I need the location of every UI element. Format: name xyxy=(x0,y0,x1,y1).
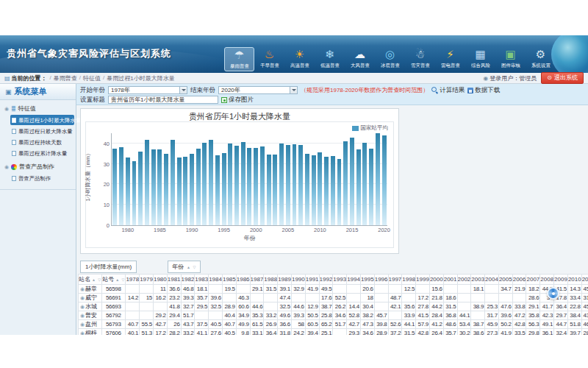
value-cell xyxy=(388,311,402,320)
value-cell: 39.3 xyxy=(181,294,195,302)
radio-icon[interactable]: ◉ xyxy=(80,330,85,335)
radio-icon[interactable]: ◉ xyxy=(80,322,85,327)
chart-bar xyxy=(350,138,354,225)
sidebar-item[interactable]: 暴雨过程持续天数 xyxy=(10,137,74,147)
year-column-header: 1983 xyxy=(195,275,209,285)
year-column-header: 1987 xyxy=(250,275,264,285)
high-temp-icon: ☀ xyxy=(295,49,304,62)
sidebar-item[interactable]: 普查产品制作 xyxy=(10,173,74,183)
year-column-header: 1984 xyxy=(209,275,223,285)
y-tick-label: 0 xyxy=(107,222,110,229)
start-year-select[interactable]: 1978年 xyxy=(108,86,187,94)
x-tick-label: 1995 xyxy=(218,227,230,233)
nav-item-composite-risk[interactable]: ▦综合风险 xyxy=(465,47,495,71)
sidebar-item[interactable]: 暴雨过程1小时最大降水量 xyxy=(10,115,74,125)
set-title-label: 设置标题 xyxy=(80,96,105,105)
end-year-select[interactable]: 2020年 xyxy=(218,86,298,94)
expander-icon[interactable]: ◉ xyxy=(4,106,9,112)
nav-item-label: 冰雹普查 xyxy=(381,62,400,68)
table-row: ◉水城5669341.832.729.532.528.960.644.632.5… xyxy=(79,302,588,311)
composite-risk-icon: ▦ xyxy=(475,49,485,62)
nav-item-low-temp[interactable]: ❄低温普查 xyxy=(315,47,345,71)
value-cell: 42.7 xyxy=(153,320,167,329)
value-cell xyxy=(471,294,485,302)
value-cell: 42.8 xyxy=(416,329,430,336)
value-cell: 35.7 xyxy=(195,294,209,302)
value-cell: 41.5 xyxy=(416,311,430,320)
value-cell: 38.7 xyxy=(471,320,485,329)
sort-filter-icon[interactable]: ▲ ▽ xyxy=(92,277,101,282)
chart-legend[interactable]: 国家站平均 xyxy=(352,124,389,132)
radio-icon[interactable]: ◉ xyxy=(80,313,85,318)
chevron-down-icon[interactable] xyxy=(290,87,297,93)
value-cell xyxy=(333,329,347,336)
sidebar-item[interactable]: 暴雨过程日最大降水量 xyxy=(10,126,74,136)
value-cell: 45.6 xyxy=(581,285,588,294)
low-temp-icon: ❄ xyxy=(325,49,334,62)
sidebar-group: ◉普查产品制作普查产品制作 xyxy=(0,161,76,183)
nav-item-rainstorm[interactable]: ☂暴雨普查 xyxy=(224,47,254,71)
nav-item-label: 雷电普查 xyxy=(441,62,460,68)
station-name: 威宁 xyxy=(85,294,97,301)
breadcrumb-item[interactable]: 暴雨普查 xyxy=(54,74,77,82)
radio-icon[interactable]: ◉ xyxy=(80,295,85,300)
sidebar-group-header[interactable]: ◉普查产品制作 xyxy=(0,161,76,172)
radio-icon[interactable]: ◉ xyxy=(80,304,85,309)
value-cell xyxy=(126,311,140,320)
chart-bar xyxy=(222,153,226,225)
main-area: ▣ 系统菜单 ◉≣特征值暴雨过程1小时最大降水量暴雨过程日最大降水量暴雨过程持续… xyxy=(0,84,588,335)
save-image-button[interactable]: 保存图片 xyxy=(221,96,254,105)
nav-item-label: 低温普查 xyxy=(320,62,340,68)
sort-filter-icon[interactable]: ▲ ▽ xyxy=(115,277,125,282)
value-cell: 41.9 xyxy=(498,329,512,336)
nav-item-map-review[interactable]: ▣图件审核 xyxy=(495,47,526,71)
value-cell: 25.8 xyxy=(319,311,333,320)
value-cell: 39.1 xyxy=(278,285,292,294)
document-icon xyxy=(12,151,16,156)
nav-item-lightning[interactable]: ⚡雷电普查 xyxy=(435,47,465,71)
radio-icon[interactable]: ◉ xyxy=(80,286,85,291)
chevron-down-icon[interactable] xyxy=(179,87,187,93)
value-cell: 27.6 xyxy=(209,329,223,336)
year-column-header: 1988 xyxy=(264,275,278,285)
station-name-header[interactable]: 站名▲ ▽ xyxy=(79,275,102,285)
expander-icon[interactable]: ◉ xyxy=(4,164,9,170)
value-cell: 32.9 xyxy=(291,285,305,294)
nav-item-wind[interactable]: ☁大风普查 xyxy=(345,47,375,71)
dimension-select[interactable]: 年份 ▲ ▽ xyxy=(168,261,201,273)
value-cell: 26.2 xyxy=(333,302,347,311)
value-cell: 51.8 xyxy=(567,320,581,329)
sidebar-item[interactable]: 暴雨过程累计降水量 xyxy=(10,148,74,158)
value-cell xyxy=(209,285,223,294)
value-cell: 48.7 xyxy=(388,294,402,302)
nav-item-hail[interactable]: ◎冰雹普查 xyxy=(375,47,405,71)
year-column-header: 1994 xyxy=(347,275,361,285)
station-id-header[interactable]: 站号▲ ▽ xyxy=(102,275,126,285)
download-button[interactable]: 数据下载 xyxy=(467,86,500,95)
value-cell: 40.1 xyxy=(126,329,140,336)
station-name-cell: ◉赫章 xyxy=(79,285,102,294)
value-cell: 14.2 xyxy=(126,294,140,302)
nav-item-high-temp[interactable]: ☀高温普查 xyxy=(284,47,315,71)
nav-item-drought[interactable]: ♨干旱普查 xyxy=(254,47,284,71)
calculate-button[interactable]: 计算结果 xyxy=(431,86,465,95)
breadcrumb-item[interactable]: 特征值 xyxy=(83,74,101,82)
year-column-header: 2005 xyxy=(498,275,512,285)
value-cell: 39.7 xyxy=(567,329,581,336)
logout-button[interactable]: ⊙ 退出系统 xyxy=(541,72,584,84)
value-cell: 16.2 xyxy=(153,294,167,302)
chart-bar xyxy=(228,144,232,225)
breadcrumb-item[interactable]: 暴雨过程1小时最大降水量 xyxy=(107,74,174,82)
nav-item-snow[interactable]: ☃雪灾普查 xyxy=(405,47,435,71)
value-cell xyxy=(402,294,416,302)
value-cell xyxy=(333,285,347,294)
sidebar-group-header[interactable]: ◉≣特征值 xyxy=(0,103,76,114)
query-toolbar: 开始年份 1978年 结束年份 2020年 （规范采用1978-2020年数据作… xyxy=(76,84,588,105)
chart-title-input[interactable] xyxy=(108,96,218,104)
table-row: ◉桐梓5760640.151.317.228.233.241.127.640.5… xyxy=(79,329,588,336)
image-icon xyxy=(221,97,227,103)
value-cell: 32.5 xyxy=(278,302,292,311)
value-cell xyxy=(305,294,319,302)
chart-bar xyxy=(202,143,207,225)
floating-widget-icon[interactable] xyxy=(547,287,559,300)
